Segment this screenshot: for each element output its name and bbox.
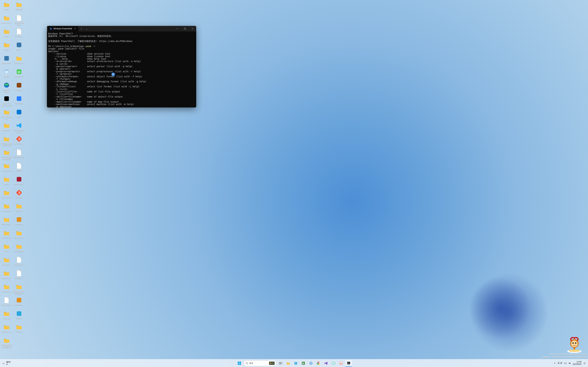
svg-rect-8 — [17, 96, 21, 101]
svg-rect-4 — [17, 43, 21, 47]
svg-point-35 — [2, 362, 4, 364]
tray-network[interactable] — [563, 360, 568, 367]
desktop-icon[interactable]: mingw-g... — [13, 81, 25, 95]
desktop-icon[interactable]: zlib1213 — [13, 202, 25, 216]
desktop-icon-label: qt-remote-... — [2, 290, 11, 292]
desktop-icon[interactable]: MSTSC_Cl... — [0, 229, 13, 242]
start-button[interactable] — [236, 360, 243, 367]
desktop-icon[interactable]: TasmIDE — [0, 310, 13, 323]
desktop-icon[interactable]: demo — [0, 1, 13, 14]
desktop-icon[interactable]: 远程监控 — [13, 1, 25, 14]
desktop-icon[interactable]: Andama-R... — [0, 122, 13, 135]
pinned-app-green[interactable]: 际 — [300, 360, 307, 367]
desktop-icon[interactable]: Qtqt-unified-... — [13, 68, 25, 81]
desktop-icon[interactable]: gtk+-bund... — [13, 54, 25, 68]
terminal-tab[interactable]: Windows PowerShell ✕ — [48, 26, 78, 32]
taskbar-search[interactable]: 搜索 — [244, 360, 277, 366]
assistant-orb-icon[interactable] — [112, 73, 115, 76]
desktop-icon[interactable]: firstCV — [13, 41, 25, 54]
tab-close-button[interactable]: ✕ — [73, 27, 77, 30]
desktop-icon[interactable]: 回收站 — [0, 68, 13, 81]
desktop-icon[interactable]: Untitled.a... — [13, 256, 25, 269]
window-minimize-button[interactable] — [173, 26, 181, 32]
desktop-icon[interactable]: Git Bash — [13, 189, 25, 202]
desktop-icon[interactable]: ffmpeg-qt视频编码解码... — [13, 283, 25, 296]
desktop-icon[interactable]: ConsoleA... — [13, 229, 25, 242]
desktop-icon[interactable]: llvm-project — [0, 202, 13, 216]
terminal-titlebar[interactable]: Windows PowerShell ✕ ＋ ⌄ — [47, 26, 196, 32]
svg-rect-7 — [17, 83, 21, 87]
desktop-icon[interactable]: lz4net-mas... — [0, 216, 13, 229]
pinned-visualstudio[interactable] — [323, 360, 329, 367]
desktop-icon[interactable]: FFmpeg — [13, 323, 25, 336]
app-icon — [16, 176, 22, 183]
app-icon — [16, 42, 22, 48]
folder-icon — [3, 15, 10, 21]
pinned-todesk[interactable] — [293, 360, 299, 367]
folder-icon — [3, 310, 10, 317]
desktop-icon[interactable]: ninja — [0, 242, 13, 256]
pinned-pycharm[interactable] — [330, 360, 337, 367]
desktop-icon[interactable]: python-3.9... — [0, 54, 13, 68]
desktop-icon[interactable]: Microsoft Edge — [0, 81, 13, 95]
desktop-icon[interactable]: C#远程桌面源码Terminal — [0, 135, 13, 149]
desktop-icon[interactable]: 知己娱乐器乐 — [13, 149, 25, 162]
tray-notifications[interactable] — [582, 360, 587, 367]
tray-volume[interactable] — [568, 360, 572, 367]
desktop-icon[interactable]: Visual Studio Code — [13, 122, 25, 135]
desktop-icon[interactable]: FileCopy... — [13, 27, 25, 41]
pinned-explorer[interactable] — [285, 360, 292, 367]
tray-chevron[interactable] — [553, 360, 557, 367]
window-close-button[interactable] — [189, 26, 196, 32]
desktop-icon[interactable]: ToDesk — [13, 310, 25, 323]
tab-dropdown-button[interactable]: ⌄ — [84, 27, 89, 30]
desktop-icon[interactable]: 知己娱乐源码.rar — [13, 14, 25, 27]
search-icon — [245, 362, 248, 365]
taskview-button[interactable] — [277, 360, 284, 367]
desktop-icon-label: Microsoft Edge — [1, 89, 12, 93]
svg-point-55 — [318, 363, 319, 364]
desktop-icon-label: qt-unified-... — [14, 75, 24, 77]
desktop-icon[interactable]: emsdk — [0, 41, 13, 54]
desktop-icon[interactable]: test — [13, 108, 25, 122]
desktop-icon[interactable]: 王朝游戏器 — [13, 242, 25, 256]
desktop-icon[interactable]: vsyasm-1.3... — [0, 14, 13, 27]
tray-ime[interactable]: 英 拼 — [557, 360, 563, 367]
desktop-icon[interactable]: C++远程桌面控制源码 — [0, 149, 13, 162]
ime-lang: 英 — [558, 362, 560, 365]
desktop-icon[interactable]: reset_script — [0, 162, 13, 175]
desktop-icon-label: 16726454... — [14, 304, 24, 306]
desktop-icon[interactable]: TasmIDE.rar — [0, 296, 13, 310]
svg-rect-9 — [17, 110, 21, 114]
terminal-body[interactable]: Windows PowerShell 版权所有 (C) Microsoft Co… — [47, 32, 196, 108]
pinned-xshell[interactable]: Xs — [338, 360, 344, 367]
weather-icon — [2, 361, 5, 365]
desktop-icon-label: firstCV — [4, 35, 9, 37]
desktop-icon[interactable]: 解压密码 — [13, 162, 25, 175]
desktop-icon[interactable]: Git-2.39.1-... — [13, 135, 25, 149]
taskbar-clock[interactable]: 12:58 2023/9/10 — [572, 361, 582, 366]
new-tab-button[interactable]: ＋ — [78, 27, 84, 30]
pinned-settings[interactable] — [308, 360, 314, 367]
desktop-icon[interactable]: 无限重置30天使用期终于 — [0, 336, 13, 350]
desktop-icon[interactable]: gperf — [0, 175, 13, 189]
desktop-icon[interactable]: dxwebset... — [13, 216, 25, 229]
desktop-icon[interactable]: gtk+-3.94.0 — [0, 189, 13, 202]
desktop-icon[interactable]: PyCharm 2021.1.1 x64 — [0, 95, 13, 108]
desktop-icon[interactable]: 16726454... — [13, 296, 25, 310]
desktop-icon-label: WinRemot... — [2, 331, 12, 333]
desktop-icon[interactable]: firstCV — [0, 27, 13, 41]
desktop-icon[interactable]: Hello.as... — [13, 269, 25, 283]
desktop-icon[interactable]: photosho... — [0, 256, 13, 269]
desktop-icon[interactable]: msys2-x86... — [13, 175, 25, 189]
desktop-icon[interactable]: Telescope — [13, 95, 25, 108]
window-maximize-button[interactable] — [181, 26, 189, 32]
desktop-icon[interactable]: qtquickexa... — [0, 269, 13, 283]
pinned-chrome[interactable] — [315, 360, 322, 367]
desktop-icon[interactable]: qt-remote-... — [0, 283, 13, 296]
desktop-icon[interactable]: WinRemot... — [0, 323, 13, 336]
taskbar-weather[interactable]: 26°C 阴 — [0, 361, 11, 366]
desktop-icon[interactable]: (C++游戏+程序 — [0, 108, 13, 122]
pinned-terminal[interactable] — [345, 360, 352, 367]
desktop-icon-label: lz4net-mas... — [1, 223, 12, 225]
